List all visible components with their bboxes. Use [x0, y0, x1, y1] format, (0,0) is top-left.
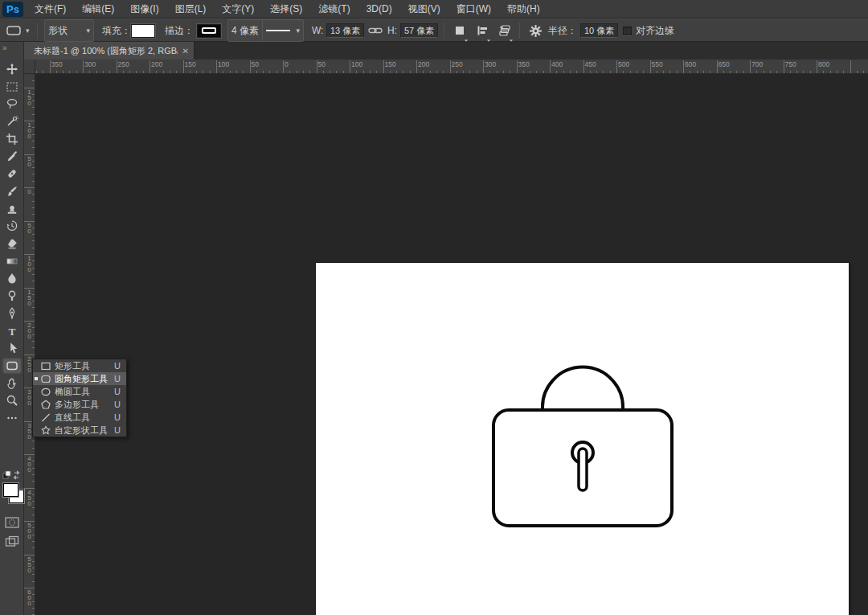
- eraser-tool-button[interactable]: [2, 236, 22, 252]
- history-brush-tool-button[interactable]: [2, 218, 22, 234]
- ruler-tick: [297, 71, 297, 73]
- canvas[interactable]: [316, 263, 849, 615]
- gradient-tool-button[interactable]: [2, 253, 22, 269]
- tool-mode-dropdown[interactable]: 形状 ▾: [44, 19, 94, 42]
- ruler-tick: [683, 60, 684, 73]
- flyout-item-polygon-tool[interactable]: 多边形工具U: [33, 398, 126, 411]
- document-tab[interactable]: 未标题-1 @ 100% (圆角矩形 2, RGB/8) * ✕: [24, 42, 194, 59]
- ruler-tick: [96, 71, 97, 73]
- default-and-swap-colors[interactable]: [2, 470, 22, 481]
- ruler-label: 0: [285, 60, 289, 68]
- horizontal-ruler[interactable]: 3503002502001501005005010015020025030035…: [35, 59, 868, 74]
- ruler-label: 500: [618, 60, 629, 68]
- ruler-tick: [550, 60, 551, 73]
- ruler-tick: [750, 60, 751, 73]
- quick-selection-tool-button[interactable]: [2, 113, 22, 129]
- ruler-tick: [83, 60, 84, 73]
- ruler-tick: [817, 60, 817, 73]
- menu-item-view[interactable]: 视图(V): [400, 0, 448, 18]
- zoom-tool-button[interactable]: [2, 392, 22, 408]
- path-operations-button[interactable]: [450, 19, 469, 42]
- stroke-width-value: 4 像素: [231, 24, 259, 38]
- ruler-label: 550: [24, 556, 35, 573]
- height-input[interactable]: 57 像素: [400, 23, 438, 38]
- menu-item-help[interactable]: 帮助(H): [499, 0, 548, 18]
- ruler-label: 100: [24, 256, 35, 273]
- flyout-item-rectangle-tool[interactable]: 矩形工具U: [33, 359, 126, 372]
- blur-tool-button[interactable]: [2, 270, 22, 286]
- clone-stamp-tool-button[interactable]: [2, 201, 22, 217]
- ruler-tick: [857, 71, 858, 73]
- menu-item-file[interactable]: 文件(F): [27, 0, 74, 18]
- ruler-corner: [24, 59, 35, 74]
- flyout-item-custom-shape-tool[interactable]: 自定形状工具U: [33, 424, 126, 437]
- geometry-settings-button[interactable]: [526, 19, 545, 42]
- ruler-tick: [669, 71, 670, 73]
- flyout-item-rounded-rectangle-tool[interactable]: 圆角矩形工具U: [33, 372, 126, 385]
- ruler-tick: [236, 71, 237, 73]
- width-input[interactable]: 13 像素: [326, 23, 364, 38]
- ruler-tick: [196, 71, 197, 73]
- ruler-tick: [109, 71, 110, 73]
- close-tab-icon[interactable]: ✕: [182, 47, 189, 55]
- healing-brush-tool-button[interactable]: [2, 166, 22, 182]
- path-alignment-button[interactable]: [473, 19, 492, 42]
- dodge-tool-button[interactable]: [2, 288, 22, 304]
- ruler-tick: [32, 167, 35, 168]
- lasso-tool-button[interactable]: [2, 96, 22, 112]
- ruler-tick: [32, 147, 35, 148]
- fill-color-swatch[interactable]: [131, 24, 155, 38]
- marquee-tool-button[interactable]: [2, 79, 22, 95]
- menu-item-layer[interactable]: 图层(L): [167, 0, 215, 18]
- shape-tool-button[interactable]: [2, 358, 22, 374]
- menu-item-select[interactable]: 选择(S): [262, 0, 310, 18]
- ellipsis-more-button[interactable]: [2, 410, 22, 426]
- menu-item-3d[interactable]: 3D(D): [358, 0, 400, 18]
- ruler-tick: [630, 71, 631, 73]
- move-tool-button[interactable]: [2, 61, 22, 77]
- ruler-label: 150: [24, 289, 35, 306]
- ruler-tick: [32, 347, 35, 348]
- svg-text:T: T: [8, 325, 15, 337]
- brush-tool-button[interactable]: [2, 183, 22, 199]
- path-arrangement-button[interactable]: [495, 19, 514, 42]
- ruler-tick: [289, 71, 290, 73]
- tool-preset-picker[interactable]: ▾: [5, 19, 30, 42]
- ruler-tick: [657, 71, 657, 73]
- menu-item-image[interactable]: 图像(I): [122, 0, 166, 18]
- screen-mode-button[interactable]: [4, 535, 20, 547]
- radius-input[interactable]: 10 像素: [580, 23, 618, 38]
- ruler-label: 450: [24, 490, 35, 506]
- align-edges-checkbox[interactable]: [623, 27, 632, 35]
- collapse-panel-icon[interactable]: »: [2, 43, 6, 52]
- stroke-style-dropdown[interactable]: ▾: [262, 19, 304, 42]
- ruler-tick: [330, 71, 330, 73]
- menu-item-edit[interactable]: 编辑(E): [74, 0, 122, 18]
- menu-item-window[interactable]: 窗口(W): [448, 0, 499, 18]
- link-dimensions-icon[interactable]: [368, 19, 383, 42]
- ruler-tick: [69, 71, 70, 73]
- ruler-tick: [183, 60, 184, 73]
- ruler-tick: [32, 341, 35, 342]
- stroke-color-swatch[interactable]: [197, 24, 221, 38]
- hand-tool-button[interactable]: [2, 375, 22, 392]
- menu-item-filter[interactable]: 滤镜(T): [310, 0, 358, 18]
- ruler-tick: [483, 60, 484, 73]
- type-tool-button[interactable]: T: [2, 323, 22, 339]
- vertical-ruler[interactable]: 1501005005010015020025030035040045050055…: [24, 74, 35, 615]
- path-selection-tool-button[interactable]: [2, 340, 22, 356]
- foreground-color-swatch[interactable]: [3, 483, 18, 497]
- ruler-tick: [32, 307, 35, 308]
- ruler-label: 200: [151, 60, 162, 68]
- flyout-shortcut: U: [114, 400, 121, 409]
- separator: [519, 23, 520, 39]
- pen-tool-button[interactable]: [2, 305, 22, 322]
- flyout-item-line-tool[interactable]: 直线工具U: [33, 411, 126, 424]
- quick-mask-mode-button[interactable]: [4, 516, 20, 529]
- chevron-down-icon: ▾: [26, 27, 30, 35]
- ruler-tick: [243, 71, 244, 73]
- flyout-item-ellipse-tool[interactable]: 椭圆工具U: [33, 385, 126, 398]
- crop-tool-button[interactable]: [2, 131, 22, 147]
- eyedropper-tool-button[interactable]: [2, 149, 22, 165]
- menu-item-type[interactable]: 文字(Y): [214, 0, 262, 18]
